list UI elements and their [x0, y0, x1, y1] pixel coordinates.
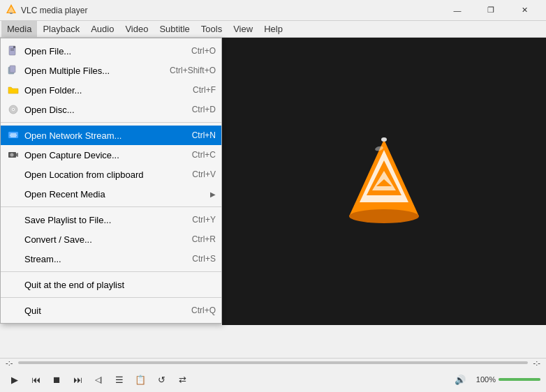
- play-button[interactable]: ▶: [6, 370, 24, 389]
- progress-bar-area: -:- -:-: [0, 359, 546, 367]
- volume-fill: [499, 378, 540, 381]
- menu-divider-4: [1, 122, 221, 123]
- item-label-open-recent: Open Recent Media: [24, 189, 196, 199]
- item-shortcut-open-network: Ctrl+N: [192, 130, 216, 140]
- item-label-quit: Quit: [24, 306, 177, 316]
- dropdown-item-convert-save[interactable]: Convert / Save...Ctrl+R: [1, 229, 221, 249]
- item-label-open-file: Open File...: [24, 46, 177, 56]
- window-controls: — ❐ ✕: [441, 0, 540, 21]
- item-icon-convert-save: [6, 232, 20, 246]
- stop-button[interactable]: ⏹: [47, 370, 66, 389]
- menu-item-playback[interactable]: Playback: [37, 21, 85, 37]
- item-icon-quit: [6, 303, 20, 317]
- dropdown-item-open-recent[interactable]: Open Recent Media▶: [1, 184, 221, 204]
- volume-track[interactable]: [499, 378, 540, 381]
- time-end: -:-: [533, 359, 540, 367]
- item-label-stream: Stream...: [24, 254, 178, 264]
- item-shortcut-convert-save: Ctrl+R: [192, 234, 216, 244]
- menu-divider-11: [1, 271, 221, 272]
- item-label-save-playlist: Save Playlist to File...: [24, 215, 178, 225]
- dropdown-item-open-file[interactable]: Open File...Ctrl+O: [1, 41, 221, 61]
- vlc-logo: [346, 136, 422, 227]
- media-dropdown-menu: Open File...Ctrl+OOpen Multiple Files...…: [0, 38, 222, 324]
- progress-track[interactable]: [18, 361, 527, 364]
- menu-item-audio[interactable]: Audio: [85, 21, 119, 37]
- dropdown-item-open-disc[interactable]: Open Disc...Ctrl+D: [1, 100, 221, 119]
- svg-rect-8: [10, 66, 15, 73]
- item-icon-open-network: [6, 128, 20, 142]
- volume-button[interactable]: 🔊: [451, 370, 469, 389]
- app-icon: [6, 3, 17, 17]
- item-label-open-location: Open Location from clipboard: [24, 169, 178, 180]
- random-button[interactable]: ⇄: [173, 370, 191, 389]
- item-shortcut-open-folder: Ctrl+F: [193, 85, 216, 95]
- bottom-controls: -:- -:- ▶ ⏮ ⏹ ⏭ ◁| ☰ 📋 ↺ ⇄ 🔊 100%: [0, 358, 546, 392]
- item-shortcut-save-playlist: Ctrl+Y: [192, 215, 216, 225]
- dropdown-item-open-location[interactable]: Open Location from clipboardCtrl+V: [1, 165, 221, 184]
- item-icon-open-location: [6, 167, 20, 181]
- window-title: VLC media player: [21, 6, 441, 15]
- maximize-button[interactable]: ❐: [475, 0, 507, 21]
- main-content: Open File...Ctrl+OOpen Multiple Files...…: [0, 38, 546, 325]
- volume-label: 100%: [472, 375, 496, 384]
- show-playlist-button[interactable]: 📋: [131, 370, 149, 389]
- menu-item-subtitle[interactable]: Subtitle: [154, 21, 195, 37]
- svg-marker-17: [16, 153, 18, 157]
- item-label-open-multiple: Open Multiple Files...: [24, 66, 156, 76]
- controls-row: ▶ ⏮ ⏹ ⏭ ◁| ☰ 📋 ↺ ⇄ 🔊 100%: [0, 367, 546, 392]
- menu-bar: MediaPlaybackAudioVideoSubtitleToolsView…: [0, 21, 546, 38]
- close-button[interactable]: ✕: [508, 0, 540, 21]
- item-icon-open-folder: [6, 83, 20, 97]
- menu-item-view[interactable]: View: [228, 21, 258, 37]
- dropdown-item-quit-end[interactable]: Quit at the end of playlist: [1, 275, 221, 294]
- item-shortcut-quit: Ctrl+Q: [191, 306, 216, 315]
- item-label-open-network: Open Network Stream...: [24, 130, 178, 141]
- item-label-quit-end: Quit at the end of playlist: [24, 280, 202, 290]
- dropdown-item-open-network[interactable]: Open Network Stream...Ctrl+N: [1, 126, 221, 145]
- dropdown-item-open-folder[interactable]: Open Folder...Ctrl+F: [1, 80, 221, 100]
- item-label-open-disc: Open Disc...: [24, 105, 178, 115]
- item-icon-stream: [6, 252, 20, 266]
- dropdown-item-stream[interactable]: Stream...Ctrl+S: [1, 249, 221, 269]
- menu-item-media[interactable]: Media: [1, 21, 37, 37]
- dropdown-item-open-capture[interactable]: Open Capture Device...Ctrl+C: [1, 145, 221, 165]
- item-shortcut-open-location: Ctrl+V: [192, 169, 216, 179]
- svg-point-24: [349, 209, 419, 223]
- item-label-open-capture: Open Capture Device...: [24, 150, 178, 160]
- menu-divider-8: [1, 206, 221, 207]
- title-bar: VLC media player — ❐ ✕: [0, 0, 546, 21]
- item-shortcut-open-capture: Ctrl+C: [192, 150, 216, 160]
- item-icon-open-recent: [6, 187, 20, 201]
- vlc-cone-svg: [346, 136, 422, 227]
- menu-item-tools[interactable]: Tools: [195, 21, 228, 37]
- dropdown-item-open-multiple[interactable]: Open Multiple Files...Ctrl+Shift+O: [1, 61, 221, 80]
- extended-settings-button[interactable]: ☰: [110, 370, 128, 389]
- item-shortcut-open-file: Ctrl+O: [191, 46, 216, 56]
- item-icon-open-capture: [6, 148, 20, 162]
- menu-divider-12: [1, 297, 221, 298]
- submenu-arrow-open-recent: ▶: [210, 190, 216, 198]
- item-icon-open-file: [6, 44, 20, 58]
- volume-section: 🔊 100%: [451, 370, 540, 389]
- video-area: [222, 38, 546, 325]
- dropdown-item-quit[interactable]: QuitCtrl+Q: [1, 301, 221, 320]
- item-shortcut-open-disc: Ctrl+D: [192, 105, 216, 114]
- item-icon-quit-end: [6, 278, 20, 292]
- skip-back-button[interactable]: ⏮: [27, 370, 45, 389]
- item-label-open-folder: Open Folder...: [24, 85, 179, 96]
- repeat-button[interactable]: ↺: [152, 370, 170, 389]
- skip-forward-button[interactable]: ⏭: [68, 370, 87, 389]
- minimize-button[interactable]: —: [441, 0, 473, 21]
- svg-point-11: [13, 109, 14, 110]
- svg-rect-2: [10, 13, 13, 14]
- menu-item-help[interactable]: Help: [258, 21, 288, 37]
- dropdown-item-save-playlist[interactable]: Save Playlist to File...Ctrl+Y: [1, 210, 221, 229]
- frame-back-button[interactable]: ◁|: [89, 370, 108, 389]
- svg-marker-4: [13, 46, 15, 48]
- item-icon-save-playlist: [6, 213, 20, 227]
- item-shortcut-stream: Ctrl+S: [192, 254, 216, 264]
- item-label-convert-save: Convert / Save...: [24, 234, 178, 245]
- item-icon-open-disc: [6, 103, 20, 116]
- menu-item-video[interactable]: Video: [119, 21, 154, 37]
- svg-point-18: [10, 153, 14, 157]
